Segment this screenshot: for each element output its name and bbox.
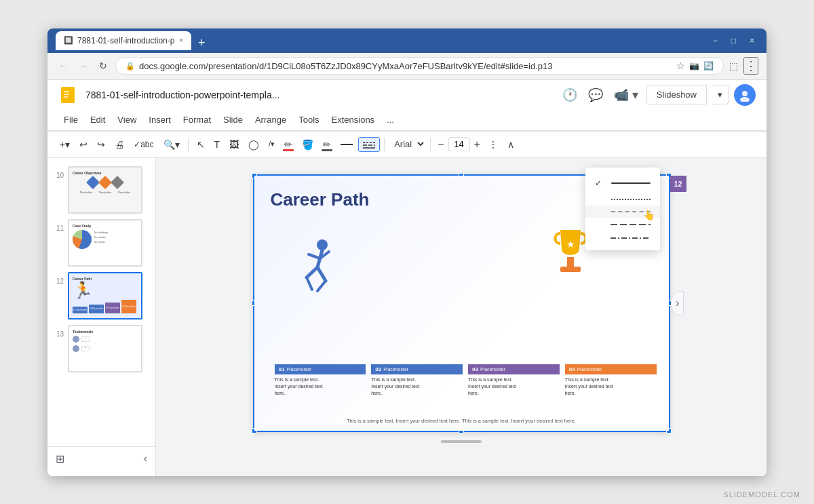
- insert-button[interactable]: +▾: [56, 136, 74, 153]
- border-color-tool[interactable]: ✏: [319, 136, 335, 153]
- maximize-button[interactable]: □: [727, 35, 740, 47]
- history-button[interactable]: 🕐: [560, 85, 580, 105]
- menu-arrange[interactable]: Arrange: [250, 112, 292, 128]
- line-style-dash-dot[interactable]: [585, 231, 660, 245]
- undo-button[interactable]: ↩: [75, 136, 92, 153]
- svg-rect-19: [560, 267, 581, 272]
- menu-file[interactable]: File: [58, 112, 83, 128]
- browser-window: 🔲 7881-01-self-introduction-powe... × + …: [47, 28, 767, 476]
- lock-icon: 🔒: [125, 62, 135, 71]
- slide-thumb-10: Career Objectives Placeholder Placeholde…: [68, 166, 142, 214]
- svg-point-4: [742, 91, 748, 96]
- menu-slide[interactable]: Slide: [218, 112, 248, 128]
- step-2: 02 Placeholder This is a sample text.Ins…: [371, 353, 463, 396]
- app-logo: [58, 85, 77, 104]
- menu-edit[interactable]: Edit: [85, 112, 111, 128]
- border-dash-tool[interactable]: [358, 137, 380, 152]
- slide-number-13: 13: [53, 330, 64, 338]
- main-content: 10 Career Objectives Placeholder Placeho…: [47, 158, 767, 476]
- collapse-panel-button[interactable]: ›: [672, 291, 683, 315]
- new-tab-button[interactable]: +: [194, 36, 210, 50]
- menu-format[interactable]: Format: [178, 112, 216, 128]
- line-style-solid[interactable]: ✓: [585, 173, 660, 193]
- toolbar-separator-1: [188, 138, 189, 151]
- line-tool[interactable]: /▾: [265, 137, 279, 151]
- history-icon: 🔄: [703, 61, 714, 71]
- background-color-tool[interactable]: 🪣: [298, 136, 317, 153]
- more-options-button[interactable]: ⋮: [484, 136, 502, 153]
- menu-view[interactable]: View: [112, 112, 142, 128]
- extensions-button[interactable]: ⬚: [729, 60, 738, 71]
- line-style-dotted[interactable]: [585, 193, 660, 206]
- svg-text:★: ★: [566, 239, 575, 250]
- slide-thumb-13: Testimonials " ": [68, 325, 142, 372]
- collapse-toolbar-button[interactable]: ∧: [503, 136, 518, 153]
- address-bar: ← → ↻ 🔒 docs.google.com/presentation/d/1…: [47, 53, 767, 80]
- text-tool[interactable]: T: [210, 136, 225, 153]
- browser-menu-button[interactable]: ⋮: [743, 57, 758, 75]
- watermark: SLIDEMODEL.COM: [723, 490, 800, 499]
- font-size-decrease[interactable]: −: [435, 137, 446, 152]
- panel-collapse-button[interactable]: ‹: [144, 452, 147, 465]
- slideshow-button[interactable]: Slideshow: [646, 85, 707, 104]
- redo-button[interactable]: ↪: [93, 136, 109, 153]
- url-text: docs.google.com/presentation/d/1D9CiL08o…: [139, 61, 672, 71]
- menu-insert[interactable]: Insert: [143, 112, 176, 128]
- svg-rect-2: [64, 94, 69, 95]
- shape-tool[interactable]: ◯: [244, 136, 263, 153]
- spellcheck-button[interactable]: ✓abc: [130, 137, 157, 152]
- url-bar[interactable]: 🔒 docs.google.com/presentation/d/1D9CiL0…: [115, 57, 724, 75]
- line-style-short-dash[interactable]: 👆: [585, 206, 660, 218]
- line-style-dropdown: ✓ 👆: [585, 168, 660, 250]
- user-avatar[interactable]: [734, 84, 756, 106]
- slide-number-11: 11: [53, 225, 64, 232]
- svg-line-14: [307, 267, 317, 277]
- slide-item-12[interactable]: 12 Career Path 🏃 01 Placeholder 02 Place…: [47, 269, 155, 322]
- reload-button[interactable]: ↻: [96, 58, 110, 74]
- svg-line-12: [309, 254, 320, 258]
- menu-bar: File Edit View Insert Format Slide Arran…: [47, 110, 767, 130]
- font-selector[interactable]: Arial: [389, 137, 426, 151]
- cursor-tool[interactable]: ↖: [193, 136, 209, 153]
- zoom-button[interactable]: 🔍▾: [159, 136, 184, 153]
- menu-tools[interactable]: Tools: [293, 112, 324, 128]
- slide-item-13[interactable]: 13 Testimonials " ": [47, 322, 155, 375]
- chat-button[interactable]: 💬: [585, 85, 606, 105]
- slide-item-10[interactable]: 10 Career Objectives Placeholder Placeho…: [47, 163, 155, 216]
- dash-dot-line-preview: [610, 237, 650, 239]
- svg-point-5: [740, 97, 750, 102]
- step-4: 04 Placeholder This is a sample text.Ins…: [565, 332, 657, 396]
- runner-figure: [292, 237, 339, 301]
- border-weight-tool[interactable]: [336, 138, 357, 151]
- step-1: 01 Placeholder This is a sample text.Ins…: [275, 364, 366, 396]
- slide-panel: 10 Career Objectives Placeholder Placeho…: [47, 158, 156, 476]
- slide-thumb-11: Case Study No challenge No solution No r…: [68, 219, 142, 267]
- browser-tab[interactable]: 🔲 7881-01-self-introduction-powe... ×: [56, 31, 191, 50]
- back-button[interactable]: ←: [56, 58, 71, 74]
- camera-button[interactable]: 📹 ▾: [611, 85, 641, 105]
- title-bar: 🔲 7881-01-self-introduction-powe... × + …: [47, 28, 767, 53]
- minimize-button[interactable]: −: [709, 35, 722, 47]
- grid-view-button[interactable]: ⊞: [56, 452, 64, 465]
- close-button[interactable]: ×: [745, 35, 758, 47]
- slide-thumb-12: Career Path 🏃 01 Placeholder 02 Placehol…: [68, 272, 142, 319]
- image-tool[interactable]: 🖼: [225, 136, 243, 153]
- color-tool[interactable]: ✏: [280, 136, 296, 153]
- slide-number-12: 12: [53, 277, 64, 285]
- long-dash-line-preview: [610, 223, 650, 226]
- print-button[interactable]: 🖨: [111, 136, 128, 153]
- slide-item-11[interactable]: 11 Case Study No challenge No solution N…: [47, 216, 155, 269]
- font-size-input[interactable]: [448, 137, 470, 151]
- check-icon: ✓: [595, 178, 604, 188]
- tab-close-btn[interactable]: ×: [179, 37, 183, 44]
- menu-extensions[interactable]: Extensions: [326, 112, 381, 128]
- menu-more[interactable]: ...: [381, 112, 400, 128]
- slideshow-dropdown-button[interactable]: ▾: [712, 85, 729, 104]
- toolbar-separator-2: [384, 138, 385, 151]
- font-size-increase[interactable]: +: [471, 137, 483, 152]
- svg-rect-1: [64, 91, 69, 92]
- step-3: 03 Placeholder This is a sample text.Ins…: [468, 343, 560, 396]
- forward-button[interactable]: →: [76, 58, 91, 74]
- app-title: 7881-01-self-introduction-powerpoint-tem…: [85, 90, 551, 100]
- h-scrollbar[interactable]: [441, 440, 482, 443]
